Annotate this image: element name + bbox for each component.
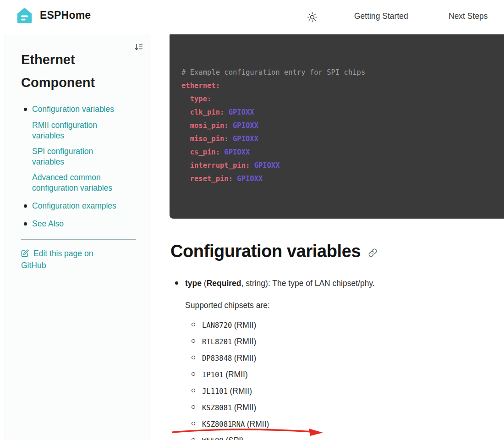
type-open: ( (202, 279, 207, 288)
page-title: Ethernet Component (21, 48, 122, 94)
sidebar-link[interactable]: Configuration variables (32, 104, 114, 114)
section-heading: Configuration variables (170, 242, 361, 261)
sidebar-item: See Also (21, 219, 139, 229)
sidebar-sublist: RMII configuration variablesSPI configur… (32, 120, 139, 193)
sidebar-divider (21, 239, 136, 240)
chipset-code: JL1101 (202, 387, 228, 396)
chipset-item: DP83848 (RMII) (192, 353, 504, 363)
edit-on-github-link[interactable]: Edit this page on GitHub (21, 248, 115, 271)
supported-chipsets-label: Supported chipsets are: (185, 301, 504, 310)
chipset-item: JL1101 (RMII) (192, 386, 504, 396)
heading-anchor-link[interactable] (368, 248, 378, 258)
sidebar-link[interactable]: See Also (32, 219, 64, 228)
code-line: mosi_pin: GPIOXX (181, 119, 492, 132)
main-content: # Example configuration entry for SPI ch… (170, 32, 504, 440)
code-line: type: (181, 93, 492, 106)
type-rest: , string): The type of LAN chipset/phy. (241, 279, 375, 288)
chipset-item: KSZ8081 (RMII) (192, 403, 504, 413)
sidebar-link[interactable]: Configuration examples (32, 201, 116, 210)
code-line: reset_pin: GPIOXX (181, 172, 492, 186)
sidebar-item: Configuration examples (21, 201, 139, 211)
sidebar-item: Configuration variablesRMII configuratio… (21, 104, 139, 193)
sidebar: Ethernet Component Configuration variabl… (5, 34, 151, 440)
sun-icon (307, 12, 318, 22)
code-line: cs_pin: GPIOXX (181, 146, 492, 159)
sidebar-sublink[interactable]: Advanced common configuration variables (32, 172, 126, 193)
chipset-note: (RMII) (234, 337, 257, 346)
chipset-code: DP83848 (202, 354, 232, 363)
chipset-note: (RMII) (234, 320, 257, 330)
collapse-icon (134, 43, 143, 52)
chipset-code: LAN8720 (202, 321, 232, 330)
nav-link-getting-started[interactable]: Getting Started (354, 11, 408, 21)
sidebar-nav-list: Configuration variablesRMII configuratio… (21, 104, 139, 229)
edit-pencil-icon (21, 249, 29, 260)
chipset-item: RTL8201 (RMII) (192, 337, 504, 347)
sidebar-sublink[interactable]: SPI configuration variables (32, 146, 126, 167)
code-line: # Example configuration entry for SPI ch… (181, 66, 492, 79)
chipset-item: LAN8720 (RMII) (192, 320, 504, 330)
link-chain-icon (368, 248, 378, 258)
code-line: miso_pin: GPIOXX (181, 132, 492, 146)
type-required: Required (207, 279, 241, 288)
chipset-note: (RMII) (230, 386, 252, 396)
code-block: # Example configuration entry for SPI ch… (170, 32, 504, 219)
nav-link-next-steps[interactable]: Next Steps (449, 11, 488, 21)
code-line: clk_pin: GPIOXX (181, 106, 492, 119)
theme-toggle-button[interactable] (306, 11, 318, 23)
edit-link-label: Edit this page on GitHub (21, 249, 93, 270)
chipset-code: KSZ8081 (202, 404, 232, 412)
chipset-note: (RMII) (225, 370, 248, 379)
brand-name: ESPHome (40, 9, 91, 22)
sidebar-sublink[interactable]: RMII configuration variables (32, 120, 126, 141)
brand[interactable]: ESPHome (15, 6, 91, 25)
code-block-content: # Example configuration entry for SPI ch… (181, 66, 492, 186)
chipset-list: LAN8720 (RMII)RTL8201 (RMII)DP83848 (RMI… (192, 320, 504, 440)
collapse-sections-button[interactable] (134, 43, 143, 54)
chipset-code: IP101 (202, 371, 224, 379)
type-term: type (185, 279, 202, 288)
esphome-logo-icon (15, 6, 34, 25)
chipset-item: IP101 (RMII) (192, 370, 504, 380)
code-line: interrupt_pin: GPIOXX (181, 159, 492, 172)
red-annotation-arrow (170, 424, 326, 438)
chipset-note: (RMII) (234, 403, 257, 412)
code-line: ethernet: (181, 79, 492, 93)
chipset-code: RTL8201 (202, 338, 232, 346)
chipset-note: (RMII) (234, 353, 257, 363)
type-config-bullet: type (Required, string): The type of LAN… (176, 278, 504, 289)
header: ESPHome Getting Started Next Steps (0, 0, 504, 34)
